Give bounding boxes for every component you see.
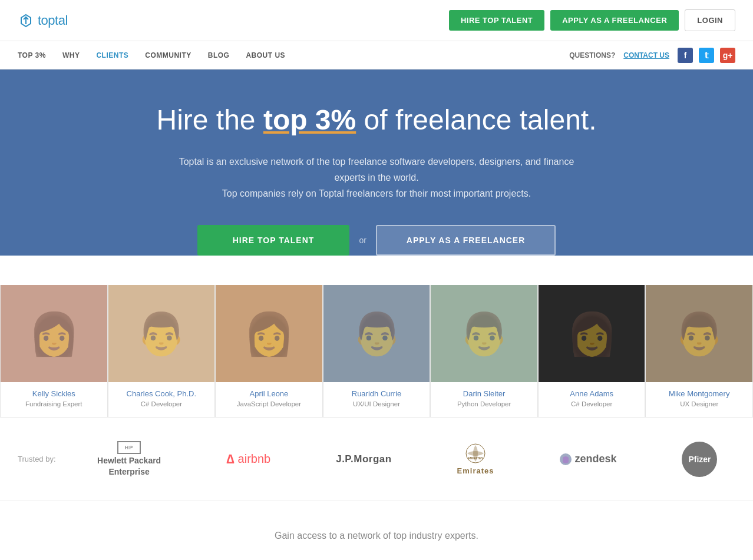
hero-apply-button[interactable]: APPLY AS A FREELANCER (376, 225, 556, 256)
freelancer-role: Fundraising Expert (1, 400, 107, 407)
google-plus-icon[interactable]: g+ (720, 48, 735, 63)
nav-why[interactable]: WHY (62, 51, 80, 59)
freelancers-grid: 👩 Kelly Sickles Fundraising Expert 👨 Cha… (0, 285, 753, 417)
social-icons: f 𝕥 g+ (678, 48, 735, 63)
pfizer-logo: Pfizer (682, 442, 717, 477)
login-button[interactable]: LOGIN (685, 9, 735, 31)
freelancer-name: Darin Sleiter (431, 389, 537, 398)
freelancer-role: Python Developer (431, 400, 537, 407)
zendesk-logo: zendesk (559, 453, 616, 466)
freelancer-photo: 👨 (646, 285, 752, 382)
network-section: Gain access to a network of top industry… (0, 501, 753, 559)
logo-text: toptal (38, 13, 68, 28)
emirates-icon: EMIRATES (465, 443, 486, 464)
hp-logo: HP Hewlett PackardEnterprise (97, 441, 161, 476)
nav-right: QUESTIONS? CONTACT US f 𝕥 g+ (569, 48, 735, 63)
freelancer-card[interactable]: 👩 April Leone JavaScript Developer (215, 285, 323, 417)
nav-clients[interactable]: CLIENTS (96, 51, 128, 59)
freelancer-card[interactable]: 👨 Charles Cook, Ph.D. C# Developer (108, 285, 216, 417)
freelancer-name: April Leone (216, 389, 322, 398)
freelancer-photo: 👩 (539, 285, 645, 382)
airbnb-logo: ∆ airbnb (226, 452, 270, 467)
main-nav: TOP 3% WHY CLIENTS COMMUNITY BLOG ABOUT … (0, 41, 753, 69)
freelancer-name: Kelly Sickles (1, 389, 107, 398)
hero-headline-pre: Hire the (156, 104, 263, 135)
freelancer-role: C# Developer (108, 400, 215, 407)
freelancer-card[interactable]: 👩 Anne Adams C# Developer (538, 285, 646, 417)
freelancer-name: Charles Cook, Ph.D. (108, 389, 215, 398)
network-desc: Gain access to a network of top industry… (18, 531, 735, 541)
facebook-icon[interactable]: f (678, 48, 693, 63)
nav-top3[interactable]: TOP 3% (18, 51, 46, 59)
freelancer-card[interactable]: 👨 Mike Montgomery UX Designer (645, 285, 753, 417)
hero-section: Hire the top 3% of freelance talent. Top… (0, 69, 753, 256)
toptal-logo-icon (18, 12, 34, 29)
freelancer-role: UX/UI Designer (323, 400, 430, 407)
jpmorgan-logo: J.P.Morgan (336, 453, 391, 465)
nav-community[interactable]: COMMUNITY (145, 51, 191, 59)
hire-top-talent-button[interactable]: HIRE TOP TALENT (449, 10, 544, 31)
trusted-section: Trusted by: HP Hewlett PackardEnterprise… (0, 417, 753, 501)
freelancer-photo: 👩 (216, 285, 322, 382)
logo[interactable]: toptal (18, 12, 68, 29)
freelancer-role: C# Developer (539, 400, 645, 407)
freelancer-card[interactable]: 👩 Kelly Sickles Fundraising Expert (0, 285, 108, 417)
freelancer-photo: 👩 (1, 285, 107, 382)
hero-hire-button[interactable]: HIRE TOP TALENT (197, 225, 350, 256)
header-actions: HIRE TOP TALENT APPLY AS A FREELANCER LO… (449, 9, 735, 31)
hero-or-text: or (359, 236, 366, 245)
freelancer-photo: 👨 (323, 285, 430, 382)
questions-text: QUESTIONS? (569, 51, 615, 59)
apply-freelancer-button[interactable]: APPLY AS A FREELANCER (550, 10, 679, 31)
freelancer-photo: 👨 (431, 285, 537, 382)
hero-description: Toptal is an exclusive network of the to… (170, 154, 583, 202)
freelancer-role: JavaScript Developer (216, 400, 322, 407)
freelancer-name: Anne Adams (539, 389, 645, 398)
freelancer-name: Ruaridh Currie (323, 389, 430, 398)
hero-buttons: HIRE TOP TALENT or APPLY AS A FREELANCER (18, 225, 735, 256)
nav-blog[interactable]: BLOG (208, 51, 230, 59)
trusted-label: Trusted by: (18, 455, 56, 463)
twitter-icon[interactable]: 𝕥 (699, 48, 714, 63)
nav-about[interactable]: ABOUT US (246, 51, 285, 59)
freelancer-photo: 👨 (108, 285, 215, 382)
freelancer-card[interactable]: 👨 Ruaridh Currie UX/UI Designer (323, 285, 431, 417)
hero-headline-post: of freelance talent. (356, 104, 596, 135)
emirates-logo: EMIRATES Emirates (457, 443, 494, 475)
header: toptal HIRE TOP TALENT APPLY AS A FREELA… (0, 0, 753, 41)
hero-headline: Hire the top 3% of freelance talent. (18, 105, 735, 136)
nav-left: TOP 3% WHY CLIENTS COMMUNITY BLOG ABOUT … (18, 51, 285, 59)
freelancer-role: UX Designer (646, 400, 752, 407)
trusted-logos: HP Hewlett PackardEnterprise ∆ airbnb J.… (80, 441, 735, 476)
svg-text:EMIRATES: EMIRATES (468, 456, 483, 460)
freelancer-name: Mike Montgomery (646, 389, 752, 398)
contact-us-link[interactable]: CONTACT US (623, 51, 669, 59)
freelancer-card[interactable]: 👨 Darin Sleiter Python Developer (430, 285, 538, 417)
zendesk-icon (559, 453, 572, 466)
hero-headline-accent: top 3% (263, 104, 356, 135)
